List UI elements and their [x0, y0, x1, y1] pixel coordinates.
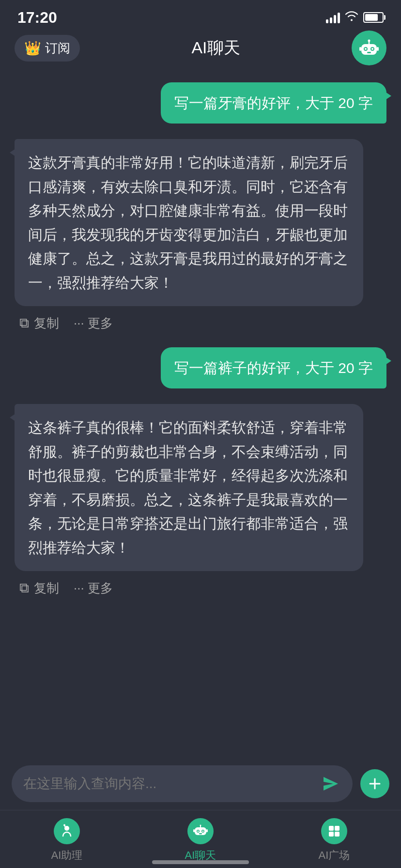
svg-rect-22: [193, 829, 195, 832]
nav-label-ai-square: AI广场: [319, 848, 350, 863]
send-button[interactable]: [320, 773, 341, 794]
subscribe-label: 订阅: [45, 40, 70, 57]
nav-item-ai-assistant[interactable]: AI助理: [33, 818, 101, 863]
svg-point-3: [365, 48, 367, 50]
svg-rect-8: [359, 47, 361, 51]
bottom-nav: AI助理 AI聊天: [0, 810, 401, 868]
ai-chat-icon: [187, 818, 214, 844]
svg-point-4: [371, 48, 373, 50]
ai-bubble-2: 这条裤子真的很棒！它的面料柔软舒适，穿着非常舒服。裤子的剪裁也非常合身，不会束缚…: [15, 404, 363, 571]
ai-message-2: 这条裤子真的很棒！它的面料柔软舒适，穿着非常舒服。裤子的剪裁也非常合身，不会束缚…: [0, 396, 401, 604]
ai-message-1: 这款牙膏真的非常好用！它的味道清新，刷完牙后口感清爽，有效去除口臭和牙渍。同时，…: [0, 131, 401, 340]
status-icons: [326, 11, 384, 24]
signal-icon: [326, 12, 340, 23]
ai-avatar-button[interactable]: [352, 31, 386, 65]
copy-button-2[interactable]: ⧉ 复制: [19, 580, 59, 597]
user-message-2: 写一篇裤子的好评，大于 20 字: [0, 340, 401, 396]
copy-label-1: 复制: [34, 315, 59, 332]
plus-icon: [367, 776, 383, 791]
svg-point-17: [198, 831, 199, 832]
ai-square-icon: [321, 818, 347, 844]
ai-assistant-icon: [54, 818, 80, 844]
svg-point-7: [368, 40, 370, 42]
svg-rect-25: [335, 826, 339, 831]
bot-icon: [358, 37, 380, 59]
chat-area: 写一篇牙膏的好评，大于 20 字 这款牙膏真的非常好用！它的味道清新，刷完牙后口…: [0, 70, 401, 614]
page-title: AI聊天: [191, 37, 240, 59]
wifi-icon: [345, 11, 358, 24]
ai-bubble-1: 这款牙膏真的非常好用！它的味道清新，刷完牙后口感清爽，有效去除口臭和牙渍。同时，…: [15, 139, 363, 306]
status-bar: 17:20: [0, 0, 401, 31]
svg-rect-27: [335, 832, 339, 837]
more-button-2[interactable]: ··· 更多: [74, 580, 113, 597]
svg-rect-5: [367, 52, 371, 53]
copy-label-2: 复制: [34, 580, 59, 597]
copy-button-1[interactable]: ⧉ 复制: [19, 315, 59, 332]
copy-icon-2: ⧉: [19, 580, 29, 596]
user-bubble-1: 写一篇牙膏的好评，大于 20 字: [161, 82, 386, 124]
svg-rect-23: [206, 829, 208, 832]
send-icon: [320, 773, 341, 794]
svg-point-18: [202, 831, 204, 832]
user-bubble-2: 写一篇裤子的好评，大于 20 字: [161, 347, 386, 388]
more-label-2: ··· 更多: [74, 580, 113, 597]
svg-rect-24: [329, 826, 334, 831]
status-time: 17:20: [17, 9, 57, 27]
add-button[interactable]: [360, 769, 389, 798]
user-text-1: 写一篇牙膏的好评，大于 20 字: [174, 95, 373, 111]
nav-item-ai-square[interactable]: AI广场: [300, 818, 368, 863]
nav-label-ai-assistant: AI助理: [51, 848, 83, 863]
svg-rect-9: [377, 47, 379, 51]
input-area: [0, 758, 401, 810]
subscribe-button[interactable]: 👑 订阅: [15, 35, 80, 62]
crown-icon: 👑: [24, 40, 41, 56]
svg-point-13: [63, 824, 65, 826]
chat-input[interactable]: [23, 776, 314, 791]
more-label-1: ··· 更多: [74, 315, 113, 332]
top-nav: 👑 订阅 AI聊天: [0, 31, 401, 70]
svg-rect-26: [329, 832, 334, 837]
svg-point-21: [200, 825, 201, 826]
user-text-2: 写一篇裤子的好评，大于 20 字: [174, 360, 373, 376]
message-actions-1: ⧉ 复制 ··· 更多: [15, 306, 386, 332]
user-message-1: 写一篇牙膏的好评，大于 20 字: [0, 75, 401, 131]
copy-icon-1: ⧉: [19, 315, 29, 331]
more-button-1[interactable]: ··· 更多: [74, 315, 113, 332]
home-indicator: [152, 860, 249, 864]
ai-text-2: 这条裤子真的很棒！它的面料柔软舒适，穿着非常舒服。裤子的剪裁也非常合身，不会束缚…: [28, 419, 348, 556]
message-actions-2: ⧉ 复制 ··· 更多: [15, 571, 386, 597]
svg-rect-19: [199, 833, 202, 835]
nav-item-ai-chat[interactable]: AI聊天: [167, 818, 234, 863]
battery-icon: [363, 12, 384, 23]
ai-text-1: 这款牙膏真的非常好用！它的味道清新，刷完牙后口感清爽，有效去除口臭和牙渍。同时，…: [28, 155, 348, 291]
input-wrapper: [12, 765, 353, 802]
